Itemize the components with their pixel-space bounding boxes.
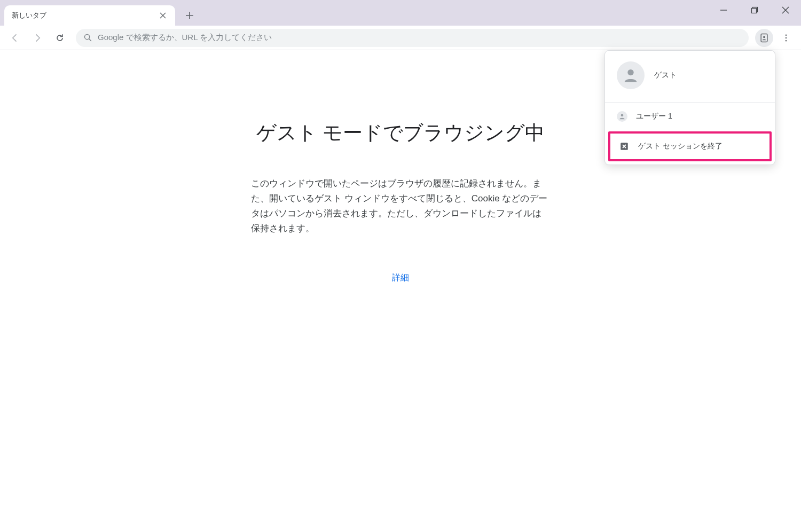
- exit-icon: [619, 141, 630, 152]
- tab-title: 新しいタブ: [12, 11, 154, 20]
- learn-more-link[interactable]: 詳細: [392, 272, 409, 284]
- svg-point-6: [786, 37, 787, 38]
- guest-label: ゲスト: [654, 71, 677, 80]
- page-description: このウィンドウで開いたページはブラウザの履歴に記録されません。また、開いているゲ…: [251, 176, 550, 236]
- omnibox[interactable]: Google で検索するか、URL を入力してください: [76, 29, 749, 47]
- reload-button[interactable]: [50, 28, 69, 48]
- svg-rect-1: [752, 9, 757, 13]
- new-tab-button[interactable]: [182, 7, 198, 24]
- profile-user-item[interactable]: ユーザー 1: [605, 103, 775, 130]
- svg-point-8: [627, 69, 633, 75]
- close-tab-icon[interactable]: [158, 11, 168, 20]
- chrome-menu-button[interactable]: [776, 28, 796, 48]
- svg-point-5: [786, 34, 787, 36]
- exit-guest-label: ゲスト セッションを終了: [638, 142, 723, 151]
- close-window-button[interactable]: [770, 0, 801, 20]
- svg-point-7: [786, 40, 787, 41]
- window-controls: [708, 0, 801, 20]
- page-title: ゲスト モードでブラウジング中: [256, 120, 545, 146]
- profile-button[interactable]: [755, 29, 773, 47]
- toolbar: Google で検索するか、URL を入力してください: [0, 26, 801, 50]
- maximize-button[interactable]: [739, 0, 770, 20]
- forward-button[interactable]: [28, 28, 47, 48]
- profile-popup: ゲスト ユーザー 1 ゲスト セッションを終了: [604, 50, 775, 165]
- user-avatar-icon: [617, 111, 627, 122]
- popup-header: ゲスト: [605, 51, 775, 102]
- highlighted-item: ゲスト セッションを終了: [608, 131, 772, 161]
- exit-guest-item[interactable]: ゲスト セッションを終了: [610, 134, 769, 159]
- guest-avatar-icon: [617, 61, 645, 89]
- search-icon: [83, 33, 92, 42]
- browser-tab[interactable]: 新しいタブ: [4, 5, 175, 26]
- titlebar: 新しいタブ: [0, 0, 801, 26]
- profile-user-label: ユーザー 1: [636, 112, 672, 121]
- minimize-button[interactable]: [708, 0, 739, 20]
- svg-point-9: [621, 114, 624, 116]
- svg-point-4: [763, 36, 765, 38]
- omnibox-placeholder: Google で検索するか、URL を入力してください: [98, 33, 741, 43]
- back-button[interactable]: [5, 28, 25, 48]
- svg-point-2: [84, 34, 89, 39]
